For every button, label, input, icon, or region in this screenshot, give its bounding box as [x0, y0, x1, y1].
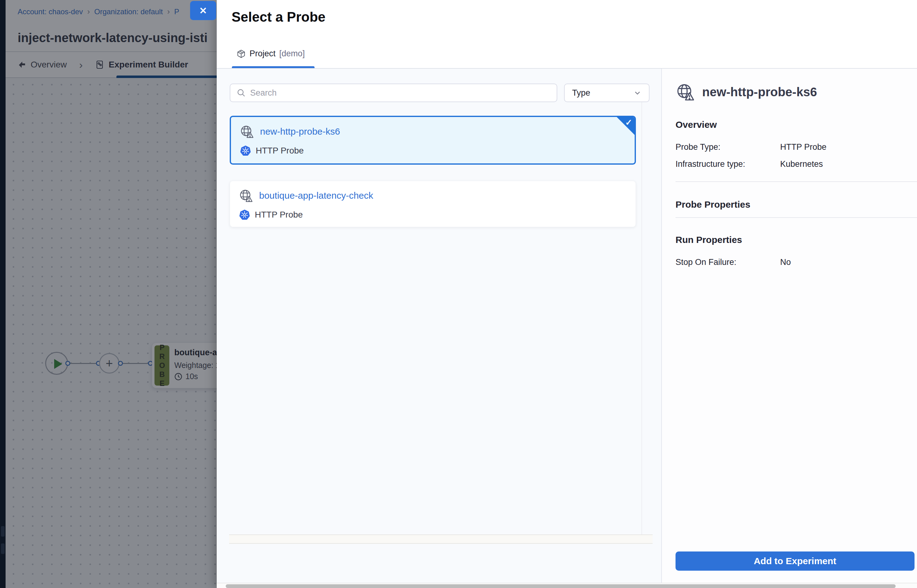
- probe-type-label: HTTP Probe: [256, 146, 304, 156]
- search-input[interactable]: [250, 88, 550, 98]
- add-to-experiment-button[interactable]: Add to Experiment: [676, 551, 915, 571]
- stop-on-failure-label: Stop On Failure:: [676, 257, 780, 267]
- globe-warning-icon: [676, 82, 695, 102]
- cube-icon: [236, 49, 246, 58]
- select-probe-modal: ✕ Select a Probe Project [demo]: [217, 0, 917, 588]
- probe-type-value: HTTP Probe: [780, 142, 826, 152]
- probe-details-title: new-http-probe-ks6: [702, 85, 817, 99]
- horizontal-scrollbar-thumb[interactable]: [226, 584, 896, 588]
- infrastructure-type-label: Infrastructure type:: [676, 159, 780, 169]
- probe-properties-heading: Probe Properties: [676, 199, 905, 210]
- probe-card-new-http-probe-ks6[interactable]: new-http-probe-ks6 HTTP Probe: [230, 116, 636, 165]
- probe-card-boutique-app-latency-check[interactable]: boutique-app-latency-check HTT: [230, 181, 636, 227]
- check-icon: ✓: [625, 118, 632, 128]
- list-scroll-edge: [642, 102, 642, 535]
- infrastructure-type-row: Infrastructure type: Kubernetes: [676, 159, 905, 169]
- stop-on-failure-row: Stop On Failure: No: [676, 257, 905, 267]
- tab-project-label: Project: [249, 49, 275, 58]
- probe-type-label: Probe Type:: [676, 142, 780, 152]
- list-footer-strip: [229, 535, 653, 544]
- kubernetes-icon: [239, 145, 251, 157]
- probe-name-link[interactable]: new-http-probe-ks6: [260, 126, 340, 137]
- divider: [676, 217, 917, 218]
- modal-title: Select a Probe: [231, 9, 325, 25]
- type-filter-label: Type: [572, 88, 590, 98]
- probe-name-link[interactable]: boutique-app-latency-check: [259, 190, 374, 201]
- search-box: [230, 84, 557, 102]
- run-properties-heading: Run Properties: [676, 234, 905, 245]
- infrastructure-type-value: Kubernetes: [780, 159, 823, 169]
- probe-type-row: Probe Type: HTTP Probe: [676, 142, 905, 152]
- type-filter-dropdown[interactable]: Type: [564, 84, 650, 102]
- globe-warning-icon: [239, 189, 253, 203]
- kubernetes-icon: [239, 209, 251, 221]
- divider: [676, 181, 917, 182]
- stop-on-failure-value: No: [780, 257, 791, 267]
- screen: Account: chaos-dev › Organization: defau…: [0, 0, 917, 588]
- tab-project-scope[interactable]: Project [demo]: [236, 49, 305, 58]
- tab-project-scope-label: [demo]: [279, 49, 305, 58]
- close-icon: ✕: [199, 5, 207, 16]
- probe-type-label: HTTP Probe: [255, 210, 303, 220]
- probe-details-panel: new-http-probe-ks6 Overview Probe Type: …: [662, 69, 917, 583]
- close-button[interactable]: ✕: [190, 1, 216, 20]
- search-icon: [236, 88, 246, 97]
- globe-warning-icon: [239, 124, 254, 139]
- chevron-down-icon: [633, 89, 642, 97]
- probe-filter-row: Type: [230, 84, 650, 102]
- horizontal-scrollbar: [217, 583, 917, 588]
- overview-heading: Overview: [676, 120, 905, 130]
